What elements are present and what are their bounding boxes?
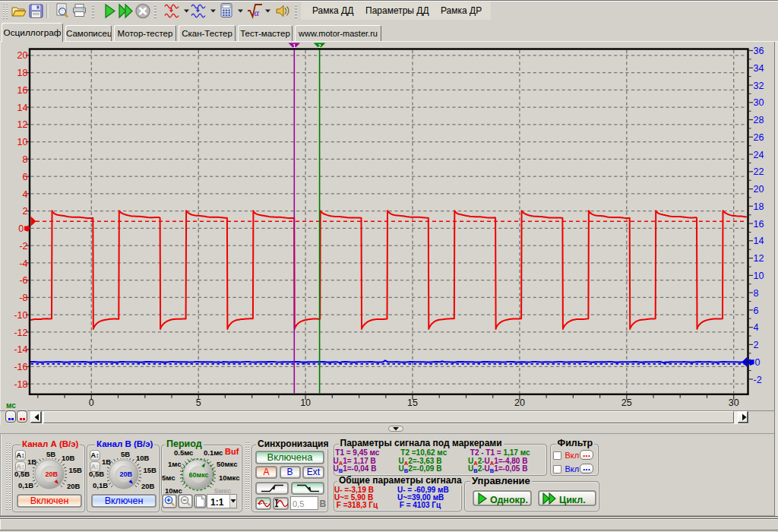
svg-text:-12: -12 xyxy=(14,328,27,338)
svg-text:20: 20 xyxy=(514,397,525,408)
svg-text:0: 0 xyxy=(89,397,94,408)
svg-text:0: 0 xyxy=(755,357,761,368)
svg-text:8: 8 xyxy=(754,288,759,299)
svg-text:28: 28 xyxy=(754,115,764,125)
svg-text:10: 10 xyxy=(300,397,311,408)
svg-text:4: 4 xyxy=(754,322,759,333)
svg-text:-4: -4 xyxy=(19,258,27,269)
svg-text:30: 30 xyxy=(729,397,739,408)
svg-text:24: 24 xyxy=(754,150,764,160)
svg-text:-18: -18 xyxy=(14,379,27,390)
svg-text:1: 1 xyxy=(293,43,296,49)
svg-text:12: 12 xyxy=(754,253,764,264)
svg-text:14: 14 xyxy=(754,236,764,246)
svg-text:6: 6 xyxy=(754,306,759,316)
svg-text:-16: -16 xyxy=(14,362,27,372)
svg-text:10: 10 xyxy=(754,271,764,281)
svg-text:мс: мс xyxy=(6,401,16,410)
svg-text:5: 5 xyxy=(196,397,201,408)
svg-text:2: 2 xyxy=(23,206,28,217)
svg-text:26: 26 xyxy=(754,132,764,143)
svg-text:12: 12 xyxy=(17,119,28,130)
svg-text:8: 8 xyxy=(23,154,28,165)
svg-text:-2: -2 xyxy=(754,375,762,385)
svg-text:-2: -2 xyxy=(19,241,27,252)
svg-text:0: 0 xyxy=(18,223,24,234)
svg-text:36: 36 xyxy=(754,46,764,56)
svg-text:22: 22 xyxy=(754,166,764,177)
svg-text:16: 16 xyxy=(17,85,28,96)
svg-text:-8: -8 xyxy=(19,293,27,303)
svg-text:15: 15 xyxy=(407,397,418,408)
svg-text:34: 34 xyxy=(754,63,764,74)
svg-text:25: 25 xyxy=(621,397,632,408)
svg-text:14: 14 xyxy=(17,103,28,113)
svg-text:6: 6 xyxy=(23,172,28,182)
svg-text:20: 20 xyxy=(754,184,764,195)
svg-text:20: 20 xyxy=(17,50,28,61)
svg-text:-14: -14 xyxy=(14,344,27,355)
svg-text:10: 10 xyxy=(17,137,28,147)
svg-text:4: 4 xyxy=(23,189,28,200)
svg-text:16: 16 xyxy=(754,219,764,230)
svg-text:2: 2 xyxy=(318,43,321,49)
svg-text:18: 18 xyxy=(17,68,28,78)
svg-text:-10: -10 xyxy=(14,310,27,321)
svg-text:32: 32 xyxy=(754,81,764,91)
svg-text:-6: -6 xyxy=(19,275,27,286)
svg-text:18: 18 xyxy=(754,201,764,212)
svg-text:30: 30 xyxy=(754,97,764,108)
svg-text:2: 2 xyxy=(754,340,759,350)
